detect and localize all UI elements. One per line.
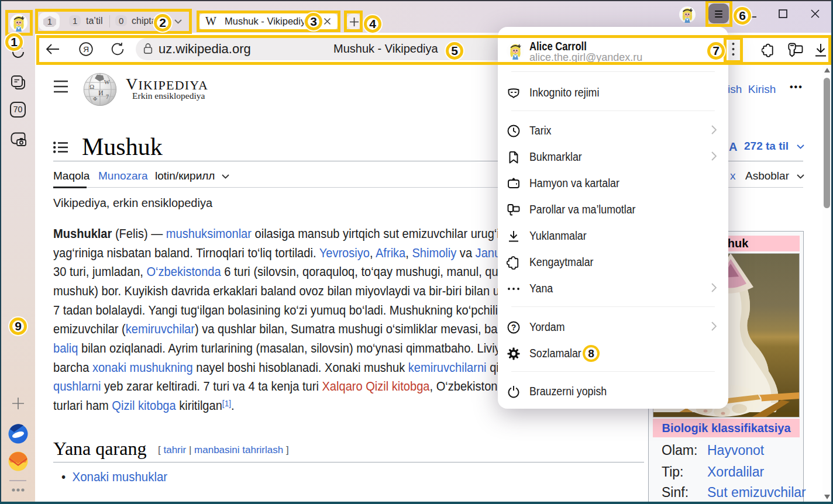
svg-text:Ω: Ω xyxy=(90,83,94,90)
svg-text:И: И xyxy=(98,89,104,97)
svg-text:Ф: Ф xyxy=(93,96,97,102)
svg-text:?: ? xyxy=(511,323,517,332)
svg-text:7: 7 xyxy=(106,94,109,100)
svg-text:W: W xyxy=(104,79,110,85)
